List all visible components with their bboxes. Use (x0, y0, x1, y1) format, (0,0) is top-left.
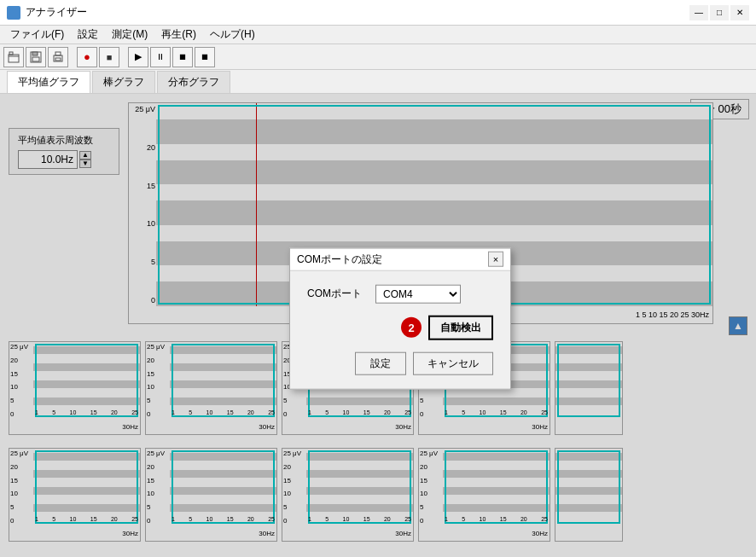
close-button[interactable]: ✕ (730, 5, 749, 20)
auto-detect-row: 2 自動検出 (307, 315, 493, 339)
toolbar-print[interactable] (48, 47, 68, 67)
toolbar: ● ■ ▶ ⏸ ⏹ ⏹ (0, 44, 756, 70)
menu-measure[interactable]: 測定(M) (105, 26, 154, 44)
toolbar-play[interactable]: ▶ (128, 47, 148, 67)
menu-bar: ファイル(F) 設定 測定(M) 再生(R) ヘルプ(H) (0, 26, 756, 44)
toolbar-save[interactable] (26, 47, 46, 67)
tab-avg-graph[interactable]: 平均値グラフ (7, 71, 90, 93)
svg-rect-4 (32, 57, 39, 61)
toolbar-pause[interactable]: ⏸ (150, 47, 171, 67)
com-port-label: COMポート (307, 287, 375, 301)
svg-rect-6 (55, 52, 61, 55)
modal-close-button[interactable]: × (488, 252, 503, 267)
title-bar: アナライザー — □ ✕ (0, 0, 756, 26)
menu-playback[interactable]: 再生(R) (154, 26, 203, 44)
toolbar-stop[interactable]: ■ (99, 47, 119, 67)
title-bar-left: アナライザー (7, 5, 87, 20)
modal-overlay: COMポートの設定 × COMポート COM4 COM1 COM2 COM3 C… (0, 94, 756, 557)
toolbar-step-fwd[interactable]: ⏹ (195, 47, 215, 67)
svg-rect-0 (9, 55, 19, 62)
modal-title: COMポートの設定 (297, 252, 382, 266)
tab-bar-graph[interactable]: 棒グラフ (92, 71, 155, 93)
app-icon (7, 6, 20, 20)
svg-rect-7 (55, 58, 61, 61)
menu-help[interactable]: ヘルプ(H) (203, 26, 262, 44)
minimize-button[interactable]: — (689, 5, 708, 20)
window-controls[interactable]: — □ ✕ (689, 5, 749, 20)
toolbar-record[interactable]: ● (77, 47, 97, 67)
toolbar-step-back[interactable]: ⏹ (172, 47, 193, 67)
window-title: アナライザー (26, 5, 87, 20)
com-port-dialog: COMポートの設定 × COMポート COM4 COM1 COM2 COM3 C… (289, 247, 511, 389)
tab-dist-graph[interactable]: 分布グラフ (157, 71, 230, 93)
toolbar-open[interactable] (3, 47, 24, 67)
com-port-select[interactable]: COM4 COM1 COM2 COM3 COM5 (375, 284, 461, 303)
cancel-button[interactable]: キャンセル (413, 351, 493, 374)
svg-rect-3 (32, 52, 38, 55)
menu-file[interactable]: ファイル(F) (3, 26, 71, 44)
modal-body: COMポート COM4 COM1 COM2 COM3 COM5 2 自動検出 (290, 270, 510, 388)
maximize-button[interactable]: □ (710, 5, 729, 20)
menu-settings[interactable]: 設定 (71, 26, 105, 44)
main-content: 0分 00秒 平均値表示周波数 ▲ ▼ 25 μV 20 15 10 5 0 (0, 94, 756, 557)
modal-title-bar: COMポートの設定 × (290, 248, 510, 270)
set-button[interactable]: 設定 (355, 351, 406, 374)
svg-rect-1 (9, 52, 13, 55)
com-port-row: COMポート COM4 COM1 COM2 COM3 COM5 (307, 284, 493, 303)
modal-action-buttons: 設定 キャンセル (307, 351, 493, 374)
step-2-badge: 2 (401, 317, 422, 338)
tab-bar: 平均値グラフ 棒グラフ 分布グラフ (0, 70, 756, 94)
auto-detect-button[interactable]: 自動検出 (428, 315, 493, 339)
